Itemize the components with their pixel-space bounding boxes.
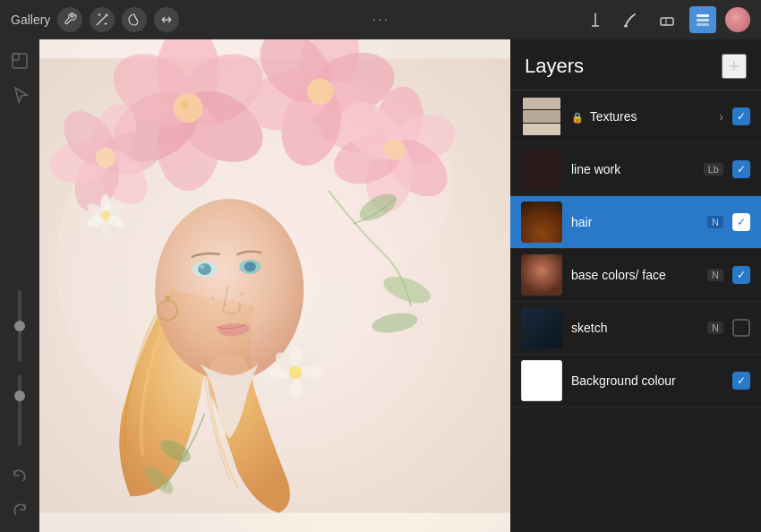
layer-name: 🔒 Textures <box>571 109 637 124</box>
svg-point-26 <box>200 264 205 269</box>
redo-button[interactable] <box>5 496 34 525</box>
brush-size-slider[interactable] <box>18 287 21 365</box>
svg-point-28 <box>241 293 244 296</box>
layers-panel: Layers + 🔒 Textures <box>510 39 761 532</box>
top-bar-right <box>582 6 750 33</box>
layer-thumbnail <box>521 149 562 190</box>
layer-name: Background colour <box>571 373 676 388</box>
layer-row[interactable]: Background colour <box>510 355 761 408</box>
svg-point-37 <box>173 93 202 123</box>
layers-header: Layers + <box>510 39 761 90</box>
more-options-icon[interactable]: ··· <box>372 12 389 28</box>
layer-row[interactable]: base colors/ face N <box>510 249 761 302</box>
smudge-icon[interactable] <box>122 7 147 32</box>
layer-blend-mode: N <box>707 322 723 334</box>
layer-thumbnail <box>521 96 562 137</box>
wrench-icon[interactable] <box>57 7 82 32</box>
layer-name: line work <box>571 162 620 176</box>
svg-point-25 <box>244 262 256 271</box>
svg-rect-13 <box>697 19 709 21</box>
layer-thumbnail <box>521 307 562 348</box>
layer-row[interactable]: 🔒 Textures › <box>510 90 761 143</box>
top-bar: Gallery <box>0 0 761 39</box>
layer-visibility-checkbox[interactable] <box>732 372 750 390</box>
svg-point-52 <box>96 148 115 167</box>
layer-info: line work <box>571 161 695 177</box>
add-layer-button[interactable]: + <box>722 54 747 79</box>
layers-list: 🔒 Textures › line work Lb <box>510 90 761 532</box>
top-bar-center: ··· <box>372 12 389 28</box>
layer-visibility-checkbox[interactable] <box>732 160 750 178</box>
layer-thumbnail <box>521 360 562 401</box>
layer-visibility-checkbox[interactable] <box>732 319 750 337</box>
svg-point-24 <box>198 263 211 275</box>
layer-info: 🔒 Textures <box>571 108 710 124</box>
gallery-button[interactable]: Gallery <box>11 13 50 27</box>
left-sidebar <box>0 39 39 532</box>
canvas-area[interactable] <box>39 39 510 532</box>
lock-icon: 🔒 <box>571 112 584 123</box>
svg-rect-12 <box>697 14 709 17</box>
brush-tool-icon[interactable] <box>618 6 645 33</box>
svg-point-30 <box>233 300 235 302</box>
svg-rect-10 <box>661 18 673 25</box>
layer-thumbnail <box>521 254 562 296</box>
svg-rect-15 <box>13 54 27 68</box>
svg-point-82 <box>165 296 170 301</box>
svg-point-1 <box>106 14 108 17</box>
artwork <box>39 39 510 532</box>
layer-name: hair <box>571 215 592 229</box>
layer-info: hair <box>571 214 698 230</box>
magic-wand-icon[interactable] <box>90 7 115 32</box>
layer-info: Background colour <box>571 373 723 389</box>
layer-row[interactable]: line work Lb <box>510 143 761 196</box>
user-avatar[interactable] <box>725 7 750 32</box>
layer-name: base colors/ face <box>571 268 666 282</box>
svg-point-27 <box>211 296 214 299</box>
layers-title: Layers <box>525 55 584 78</box>
opacity-slider[interactable] <box>18 371 21 450</box>
svg-point-38 <box>181 100 189 108</box>
pen-tool-icon[interactable] <box>582 6 609 33</box>
svg-point-75 <box>100 210 110 220</box>
layer-name: sketch <box>571 321 607 335</box>
main-content: Layers + 🔒 Textures <box>0 39 761 532</box>
layer-blend-mode: Lb <box>704 163 723 176</box>
layer-thumbnail <box>521 202 562 243</box>
layer-row[interactable]: sketch N <box>510 302 761 355</box>
layer-blend-mode: N <box>707 216 723 228</box>
svg-point-29 <box>225 304 227 305</box>
layer-info: base colors/ face <box>571 267 698 283</box>
svg-point-9 <box>624 25 628 28</box>
modify-tool[interactable] <box>5 47 34 75</box>
layer-row[interactable]: hair N <box>510 196 761 249</box>
svg-point-68 <box>289 366 303 380</box>
svg-point-45 <box>307 78 334 105</box>
layer-expand-arrow[interactable]: › <box>719 109 723 124</box>
layers-panel-button[interactable] <box>689 6 716 33</box>
layer-visibility-checkbox[interactable] <box>732 213 750 231</box>
layer-visibility-checkbox[interactable] <box>732 266 750 284</box>
selection-tool[interactable] <box>5 81 34 109</box>
layer-visibility-checkbox[interactable] <box>732 107 750 125</box>
layer-info: sketch <box>571 320 698 336</box>
layer-blend-mode: N <box>707 269 723 281</box>
undo-button[interactable] <box>5 462 34 491</box>
eraser-tool-icon[interactable] <box>654 6 680 33</box>
top-bar-left: Gallery <box>11 7 179 32</box>
transform-icon[interactable] <box>154 7 179 32</box>
svg-rect-14 <box>697 23 709 26</box>
svg-point-59 <box>384 139 406 160</box>
